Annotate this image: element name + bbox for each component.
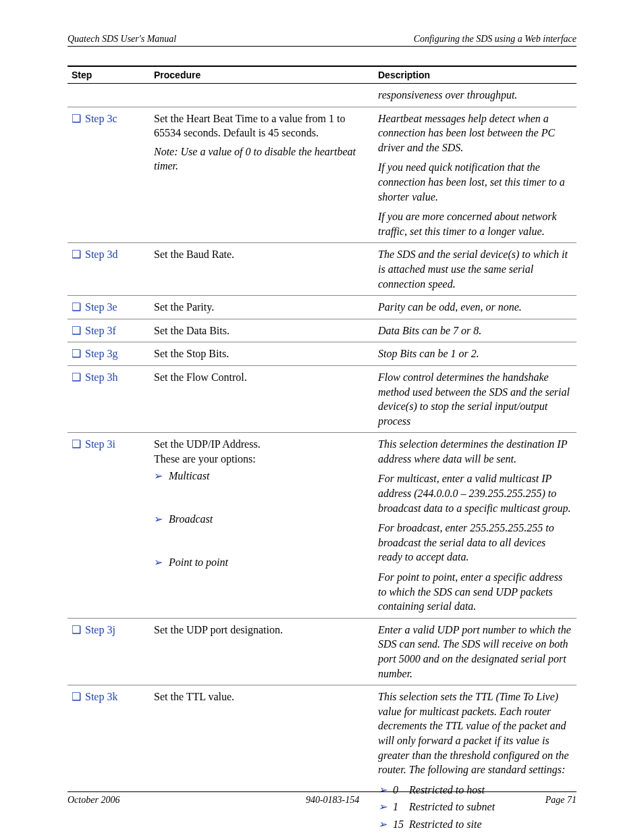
step-label: Step 3f (85, 325, 116, 336)
proc-text: Set the Flow Control. (154, 371, 247, 383)
footer-page: Page 71 (545, 795, 576, 806)
proc-text: Set the Heart Beat Time to a value from … (154, 111, 370, 140)
option-broadcast: Broadcast (169, 513, 213, 525)
bullet-icon: ❑ (72, 689, 82, 704)
proc-text: Set the TTL value. (154, 691, 234, 702)
table-row: ❑ Step 3f Set the Data Bits. Data Bits c… (68, 319, 576, 342)
bullet-icon: ❑ (72, 370, 82, 385)
proc-text: Set the UDP/IP Address. (154, 437, 370, 452)
table-row: ❑ Step 3g Set the Stop Bits. Stop Bits c… (68, 342, 576, 366)
header-left: Quatech SDS User's Manual (68, 34, 176, 45)
table-row: ❑ Step 3d Set the Baud Rate. The SDS and… (68, 243, 576, 296)
footer-date: October 2006 (68, 795, 119, 806)
proc-text: Set the Baud Rate. (154, 249, 234, 260)
page-footer: October 2006 940-0183-154 Page 71 (68, 791, 576, 806)
desc-text: The SDS and the serial device(s) to whic… (378, 249, 568, 289)
desc-text: If you need quick notification that the … (378, 160, 572, 204)
step-label: Step 3i (85, 438, 115, 450)
procedure-table: Step Procedure Description responsivenes… (68, 66, 576, 834)
table-row: ❑ Step 3e Set the Parity. Parity can be … (68, 296, 576, 319)
step-label: Step 3d (85, 249, 117, 260)
step-label: Step 3j (85, 624, 115, 635)
desc-text: Stop Bits can be 1 or 2. (378, 348, 479, 359)
desc-text: This selection sets the TTL (Time To Liv… (378, 689, 572, 777)
table-row: ❑ Step 3h Set the Flow Control. Flow con… (68, 365, 576, 432)
table-row: responsiveness over throughput. (68, 84, 576, 107)
col-step: Step (68, 66, 150, 84)
desc-text: If you are more concerned about network … (378, 209, 572, 238)
proc-text: These are your options: (154, 452, 370, 467)
desc-text: This selection determines the destinatio… (378, 437, 572, 466)
bullet-icon: ❑ (72, 437, 82, 452)
proc-text: Set the UDP port designation. (154, 624, 283, 635)
desc-text: For point to point, enter a specific add… (378, 570, 572, 614)
proc-text: Set the Stop Bits. (154, 348, 229, 359)
proc-text: Set the Data Bits. (154, 325, 230, 336)
bullet-icon: ❑ (72, 623, 82, 637)
col-description: Description (374, 66, 576, 84)
option-multicast: Multicast (169, 470, 209, 481)
step-label: Step 3g (85, 348, 117, 359)
step-label: Step 3k (85, 691, 117, 702)
proc-note: Note: Use a value of 0 to disable the he… (154, 145, 370, 174)
table-row: ❑ Step 3i Set the UDP/IP Address. These … (68, 433, 576, 619)
bullet-icon: ❑ (72, 300, 82, 315)
desc-text: Data Bits can be 7 or 8. (378, 325, 481, 336)
desc-text: Flow control determines the handshake me… (378, 371, 570, 427)
page: Quatech SDS User's Manual Configuring th… (0, 0, 644, 834)
step-label: Step 3c (85, 113, 117, 124)
table-row: ❑ Step 3j Set the UDP port designation. … (68, 618, 576, 685)
desc-text: For multicast, enter a valid multicast I… (378, 471, 572, 515)
chevron-icon: ➢ (154, 469, 169, 484)
desc-text: Parity can be odd, even, or none. (378, 301, 522, 313)
chevron-icon: ➢ (154, 512, 169, 527)
ttl-label: Restricted to site (409, 818, 482, 830)
desc-text: Heartbeat messages help detect when a co… (378, 111, 572, 155)
col-procedure: Procedure (150, 66, 374, 84)
ttl-num: 15 (393, 817, 409, 832)
header-right: Configuring the SDS using a Web interfac… (414, 34, 576, 45)
option-point-to-point: Point to point (169, 556, 228, 568)
prev-desc: responsiveness over throughput. (378, 89, 517, 101)
table-row: ❑ Step 3k Set the TTL value. This select… (68, 685, 576, 834)
bullet-icon: ❑ (72, 247, 82, 262)
proc-text: Set the Parity. (154, 301, 214, 313)
step-label: Step 3e (85, 301, 117, 313)
chevron-icon: ➢ (378, 817, 393, 832)
running-header: Quatech SDS User's Manual Configuring th… (68, 34, 576, 47)
table-row: ❑ Step 3c Set the Heart Beat Time to a v… (68, 107, 576, 243)
bullet-icon: ❑ (72, 346, 82, 361)
chevron-icon: ➢ (154, 555, 169, 570)
bullet-icon: ❑ (72, 111, 82, 126)
step-label: Step 3h (85, 371, 117, 383)
desc-text: Enter a valid UDP port number to which t… (378, 624, 571, 679)
footer-docnum: 940-0183-154 (306, 795, 359, 806)
bullet-icon: ❑ (72, 323, 82, 338)
desc-text: For broadcast, enter 255.255.255.255 to … (378, 521, 572, 565)
